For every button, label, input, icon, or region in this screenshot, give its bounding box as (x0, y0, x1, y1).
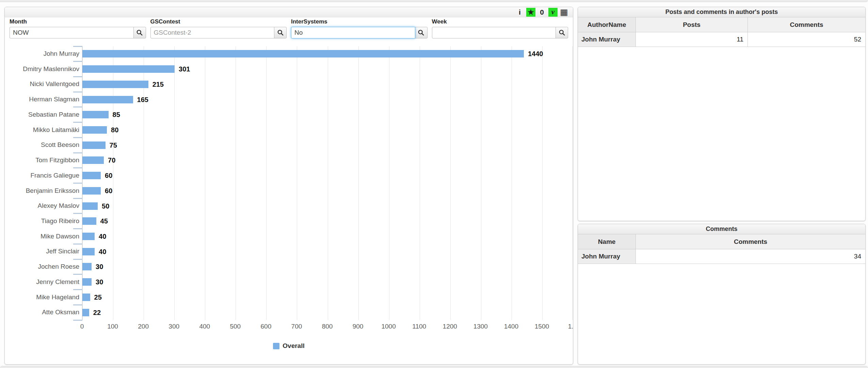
chart-bar[interactable] (82, 81, 148, 88)
chart-bar[interactable] (82, 187, 101, 195)
chart-bar[interactable] (82, 172, 101, 179)
x-axis-tick-label: 900 (353, 323, 364, 330)
chart-bar[interactable] (82, 96, 133, 103)
x-axis-tick-label: 1000 (381, 323, 396, 330)
x-axis-tick-label: 800 (322, 323, 333, 330)
x-axis-tick-label: 1... (568, 323, 573, 330)
category-label: Jenny Clement (5, 274, 79, 290)
y-axis-tick (73, 122, 82, 123)
overall-bar-chart: John MurrayDmitry MaslennikovNicki Valle… (5, 46, 573, 364)
week-search-button[interactable] (556, 27, 568, 38)
posts-table-panel: Posts and comments in author's posts Aut… (578, 7, 866, 221)
x-axis-tick-label: 100 (107, 323, 118, 330)
y-axis-tick (73, 289, 82, 290)
y-axis-tick (73, 76, 82, 77)
legend-label: Overall (283, 342, 304, 350)
grid-icon[interactable]: ▦ (560, 8, 568, 17)
week-input[interactable] (432, 27, 556, 38)
y-axis-tick (73, 274, 82, 275)
chart-bar[interactable] (82, 141, 106, 149)
gscontest-search-button[interactable] (274, 27, 287, 38)
y-axis-tick (73, 259, 82, 260)
category-label: Jochen Roese (5, 259, 79, 274)
category-label: Alexey Maslov (5, 198, 79, 214)
category-label: Tom Fitzgibbon (5, 153, 79, 168)
y-axis-tick (73, 106, 82, 107)
month-search-button[interactable] (133, 27, 146, 38)
bar-value-label: 80 (111, 126, 118, 134)
chart-bar[interactable] (82, 309, 89, 316)
info-icon[interactable]: i (516, 8, 524, 17)
chart-bar[interactable] (82, 217, 96, 225)
chart-bar[interactable] (82, 233, 95, 240)
x-axis-tick-label: 500 (230, 323, 241, 330)
filter-month: Month (10, 18, 146, 38)
bar-value-label: 60 (105, 172, 112, 179)
x-axis-tick-label: 0 (80, 323, 84, 330)
search-icon (418, 29, 424, 36)
x-axis-tick-label: 400 (199, 323, 210, 330)
y-axis-tick (73, 213, 82, 214)
gscontest-label: GSContest (150, 18, 287, 25)
week-label: Week (432, 18, 568, 25)
category-label: Mike Hageland (5, 290, 79, 305)
y-axis-tick (73, 244, 82, 245)
table-row[interactable]: John Murray 34 (578, 249, 865, 264)
bar-value-label: 1440 (528, 50, 543, 57)
column-header-name: Name (578, 234, 636, 249)
chart-bar[interactable] (82, 111, 109, 118)
category-label: Mike Dawson (5, 229, 79, 244)
widget-toolbar: i ★ 0 v ▦ (5, 7, 573, 17)
checkmark-icon[interactable]: v (548, 8, 558, 17)
bar-value-label: 301 (179, 65, 190, 73)
posts-count-cell[interactable]: 11 (636, 32, 748, 47)
bar-value-label: 45 (100, 217, 108, 225)
y-axis-tick (73, 91, 82, 93)
intersystems-search-button[interactable] (415, 27, 428, 38)
chart-bar[interactable] (82, 65, 175, 73)
chart-plot-area: 1440301215165858075706060504540403030252… (82, 46, 573, 320)
gscontest-input[interactable] (150, 27, 275, 38)
chart-bar[interactable] (82, 202, 98, 210)
legend-swatch (273, 343, 279, 349)
comments-table-header: Name Comments (578, 234, 865, 249)
filter-week: Week (432, 18, 568, 38)
bar-value-label: 70 (108, 156, 115, 164)
comments-table-panel: Comments Name Comments John Murray 34 (578, 224, 866, 365)
chart-bar[interactable] (82, 294, 90, 301)
search-icon (559, 29, 565, 36)
y-axis-tick (73, 198, 82, 199)
y-axis-tick (73, 228, 82, 229)
chart-bar[interactable] (82, 248, 95, 255)
chart-bar[interactable] (82, 278, 92, 286)
bar-value-label: 75 (110, 141, 117, 149)
category-label: Francis Galiegue (5, 168, 79, 183)
name-cell[interactable]: John Murray (578, 249, 636, 264)
posts-table-title: Posts and comments in author's posts (578, 7, 865, 17)
star-icon[interactable]: ★ (526, 8, 535, 17)
category-label: Tiago Ribeiro (5, 214, 79, 229)
column-header-comments: Comments (636, 234, 865, 249)
chart-bar[interactable] (82, 126, 107, 134)
chart-bar[interactable] (82, 50, 524, 57)
chart-widget-panel: i ★ 0 v ▦ Month GSContest (4, 7, 573, 365)
bar-value-label: 30 (96, 278, 103, 286)
column-header-posts: Posts (636, 17, 748, 32)
intersystems-input[interactable] (291, 27, 415, 38)
table-row[interactable]: John Murray 11 52 (578, 32, 865, 47)
x-axis-tick-label: 600 (261, 323, 272, 330)
lower-panel-edge (0, 366, 868, 368)
month-input[interactable] (10, 27, 134, 38)
category-label: Scott Beeson (5, 137, 79, 153)
bar-value-label: 215 (152, 81, 164, 88)
author-name-cell[interactable]: John Murray (578, 32, 636, 47)
bar-value-label: 40 (99, 233, 106, 240)
x-axis-tick-label: 1500 (535, 323, 549, 330)
chart-bar[interactable] (82, 156, 104, 164)
posts-table-header: AuthorName Posts Comments (578, 17, 865, 32)
chart-bar[interactable] (82, 263, 92, 270)
y-axis-tick (73, 183, 82, 184)
comments-count-cell[interactable]: 52 (748, 32, 865, 47)
comments-count-cell[interactable]: 34 (636, 249, 865, 264)
filter-gscontest: GSContest (150, 18, 287, 38)
